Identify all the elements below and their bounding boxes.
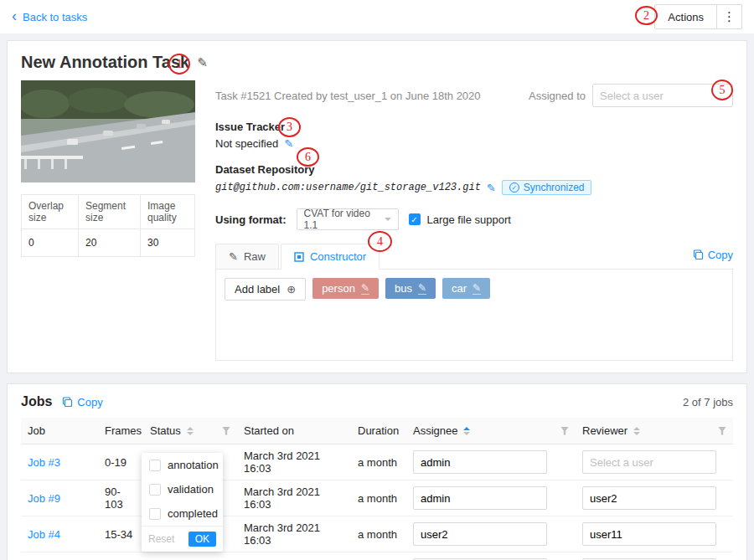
- dataset-repository-section: Dataset Repository git@github.com:userna…: [215, 163, 733, 195]
- checkbox-icon[interactable]: [149, 484, 161, 496]
- started-cell: March 3rd 2021 16:03: [237, 516, 351, 552]
- callout-2: 2: [635, 6, 658, 25]
- table-row: Job #9 90-103 March 3rd 2021 16:03 a mon…: [21, 480, 733, 516]
- back-chevron-icon: ‹: [12, 8, 17, 23]
- label-chip-car[interactable]: car ✎: [442, 278, 490, 299]
- sort-icon[interactable]: [633, 427, 640, 435]
- copy-labels-label: Copy: [708, 249, 733, 261]
- edit-label-icon[interactable]: ✎: [361, 282, 369, 295]
- reviewer-input[interactable]: [582, 522, 716, 546]
- assignee-input[interactable]: [413, 522, 547, 546]
- jobs-title: Jobs: [21, 394, 52, 409]
- synchronized-label: Synchronized: [524, 182, 585, 193]
- edit-repository-icon[interactable]: ✎: [487, 182, 496, 194]
- synchronized-badge: ✓ Synchronized: [502, 180, 592, 195]
- reviewer-input[interactable]: [582, 486, 716, 510]
- label-chip-car-name: car: [452, 282, 467, 295]
- callout-6: 6: [297, 147, 319, 167]
- label-chip-bus-name: bus: [395, 282, 412, 295]
- more-vertical-icon[interactable]: ⋮: [717, 4, 742, 29]
- assignee-input[interactable]: [413, 486, 547, 510]
- status-filter-dropdown: annotation validation completed Reset OK: [142, 453, 223, 552]
- task-left-column: Overlap size Segment size Image quality …: [21, 80, 195, 361]
- plus-circle-icon: ⊕: [287, 283, 296, 295]
- block-icon: [294, 252, 304, 262]
- param-header-overlap: Overlap size: [22, 195, 79, 229]
- sort-icon[interactable]: [187, 427, 194, 435]
- duration-cell: a month: [351, 552, 406, 560]
- col-started: Started on: [237, 418, 351, 444]
- callout-4: 4: [368, 231, 392, 252]
- table-row: Job #3 0-19 March 3rd 2021 16:03 a month: [21, 444, 733, 480]
- checkbox-icon[interactable]: [149, 460, 161, 471]
- started-cell: March 3rd 2021 16:03: [237, 444, 351, 480]
- tab-raw-label: Raw: [244, 250, 266, 263]
- filter-icon[interactable]: [222, 427, 230, 435]
- back-to-tasks-link[interactable]: ‹ Back to tasks: [12, 10, 87, 23]
- edit-label-icon[interactable]: ✎: [473, 282, 481, 295]
- filter-ok-button[interactable]: OK: [188, 532, 216, 547]
- filter-icon[interactable]: [718, 427, 726, 435]
- param-header-quality: Image quality: [140, 195, 194, 229]
- tab-constructor[interactable]: Constructor: [281, 244, 380, 270]
- task-preview-image: [21, 80, 195, 182]
- back-label: Back to tasks: [23, 11, 87, 23]
- labels-tabs: ✎ Raw Constructor Copy: [215, 244, 733, 269]
- task-title: New Annotation Task: [21, 53, 189, 72]
- filter-option-completed[interactable]: completed: [142, 501, 223, 526]
- repository-url: git@github.com:username/git_storage_v123…: [215, 182, 481, 193]
- job-link[interactable]: Job #4: [28, 528, 60, 541]
- reviewer-input[interactable]: [582, 450, 716, 474]
- large-file-label: Large file support: [427, 213, 511, 226]
- chevron-down-icon: [385, 218, 391, 221]
- param-value-overlap: 0: [22, 229, 79, 257]
- label-chip-bus[interactable]: bus ✎: [385, 278, 436, 299]
- col-assignee[interactable]: Assignee: [406, 418, 576, 444]
- copy-icon: [693, 249, 704, 260]
- table-row: Job #4 15-34 March 3rd 2021 16:03 a mont…: [21, 516, 733, 552]
- filter-option-label: validation: [168, 483, 214, 496]
- col-status[interactable]: Status: [143, 418, 237, 444]
- job-link[interactable]: Job #9: [28, 492, 60, 505]
- edit-title-icon[interactable]: ✎: [197, 55, 208, 70]
- assigned-to-label: Assigned to: [529, 90, 586, 102]
- task-details-card: New Annotation Task ✎: [7, 40, 747, 373]
- filter-option-validation[interactable]: validation: [142, 477, 223, 501]
- add-label-button[interactable]: Add label ⊕: [225, 278, 306, 301]
- edit-issue-tracker-icon[interactable]: ✎: [284, 137, 293, 150]
- tab-raw[interactable]: ✎ Raw: [215, 244, 279, 270]
- copy-labels-link[interactable]: Copy: [693, 249, 733, 261]
- label-chip-person-name: person: [322, 282, 355, 295]
- checkbox-icon[interactable]: [149, 508, 161, 520]
- frames-cell: 75-94: [98, 552, 143, 560]
- format-row: Using format: CVAT for video 1.1 ✓ Large…: [215, 208, 733, 230]
- filter-option-annotation[interactable]: annotation: [142, 453, 223, 477]
- labels-constructor-panel: Add label ⊕ person ✎ bus ✎ car ✎: [215, 269, 733, 361]
- copy-jobs-link[interactable]: Copy: [62, 396, 102, 408]
- actions-button-group: Actions ⋮: [654, 4, 742, 29]
- col-reviewer[interactable]: Reviewer: [576, 418, 733, 444]
- assignee-input[interactable]: [413, 450, 547, 474]
- started-cell: March 3rd 2021 16:03: [237, 480, 351, 516]
- large-file-checkbox[interactable]: ✓: [409, 213, 421, 225]
- copy-jobs-label: Copy: [77, 396, 102, 408]
- edit-label-icon[interactable]: ✎: [418, 282, 426, 295]
- col-reviewer-label: Reviewer: [582, 424, 627, 437]
- jobs-count: 2 of 7 jobs: [683, 396, 733, 408]
- tab-constructor-label: Constructor: [310, 250, 366, 263]
- filter-icon[interactable]: [560, 427, 569, 435]
- frames-cell: 15-34: [98, 516, 143, 552]
- jobs-header-row: Job Frames Status Started on Duration As…: [21, 418, 733, 444]
- callout-1: 1: [168, 54, 190, 74]
- actions-button[interactable]: Actions: [654, 4, 717, 29]
- jobs-card: Jobs Copy 2 of 7 jobs Job Frames Status: [7, 383, 747, 560]
- label-chip-person[interactable]: person ✎: [312, 278, 379, 299]
- col-job: Job: [21, 418, 98, 444]
- duration-cell: a month: [351, 480, 406, 516]
- filter-reset-button[interactable]: Reset: [148, 533, 174, 545]
- sort-icon[interactable]: [463, 427, 470, 435]
- job-link[interactable]: Job #3: [28, 456, 60, 469]
- pencil-icon: ✎: [229, 250, 238, 263]
- duration-cell: a month: [351, 444, 406, 480]
- format-select[interactable]: CVAT for video 1.1: [297, 208, 399, 230]
